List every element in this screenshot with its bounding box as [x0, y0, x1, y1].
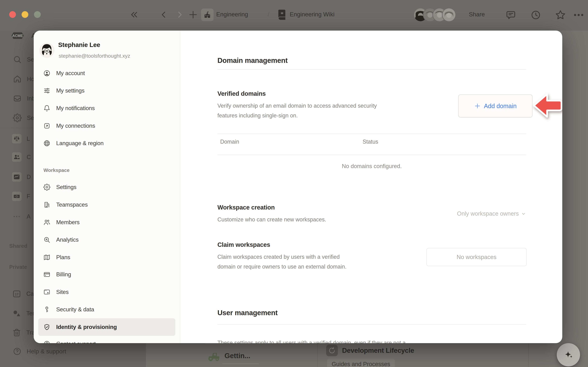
- menu-billing[interactable]: Billing: [38, 266, 175, 283]
- page-divider: [205, 343, 284, 344]
- settings-content: Domain management Verified domains Verif…: [180, 31, 562, 343]
- magnifier-plus-icon: [43, 236, 50, 243]
- browser-cursor-icon: [43, 289, 50, 296]
- user-email: stephanie@toolsforthought.xyz: [59, 53, 130, 59]
- share-button[interactable]: Share: [469, 11, 485, 18]
- table-border-top: [217, 134, 526, 134]
- menu-security-data[interactable]: Security & data: [38, 301, 175, 318]
- no-workspaces-button[interactable]: No workspaces: [426, 248, 527, 266]
- page-title: Domain management: [217, 56, 288, 65]
- credit-card-icon: [43, 271, 50, 278]
- breadcrumb-parent[interactable]: Engineering: [216, 11, 248, 18]
- user-management-description-clipped: These settings apply to all users with a…: [217, 338, 526, 343]
- table-header-status: Status: [363, 139, 378, 145]
- money-icon: [13, 193, 20, 200]
- menu-identity-provisioning[interactable]: Identity & provisioning: [38, 318, 175, 336]
- user-management-heading: User management: [217, 309, 278, 317]
- menu-my-settings[interactable]: My settings: [38, 82, 175, 100]
- close-window-button[interactable]: [9, 11, 16, 18]
- minimize-window-button[interactable]: [22, 11, 28, 18]
- claim-workspaces-heading: Claim workspaces: [217, 241, 270, 248]
- book-icon: [276, 8, 288, 22]
- more-dots-icon: [13, 213, 21, 220]
- add-domain-button[interactable]: Add domain: [458, 94, 532, 117]
- breadcrumb-current[interactable]: Engineering Wiki: [290, 11, 335, 18]
- trash-icon: [12, 328, 21, 337]
- collapse-sidebar-icon[interactable]: [130, 10, 139, 19]
- table-empty-state: No domains configured.: [217, 163, 526, 169]
- gear-icon: [13, 113, 22, 122]
- tractor-icon: [207, 350, 221, 361]
- card-divider: [528, 343, 528, 367]
- workspace-creation-description: Customize who can create new workspaces.: [217, 215, 326, 225]
- comment-icon[interactable]: [505, 9, 516, 20]
- sidebar-teamspace-d[interactable]: D: [12, 172, 31, 182]
- sidebar-teamspace-c[interactable]: C: [12, 152, 31, 162]
- question-circle-icon: [13, 347, 21, 356]
- breadcrumb-teamspace-icon[interactable]: [201, 8, 214, 21]
- verified-domains-description: Verify ownership of an email domain to a…: [217, 101, 377, 120]
- globe-icon: [43, 140, 50, 147]
- menu-settings[interactable]: Settings: [38, 178, 175, 196]
- chevron-down-icon: [521, 211, 526, 216]
- sidebar-section-shared[interactable]: Shared: [9, 243, 27, 249]
- user-avatar[interactable]: [40, 43, 54, 57]
- sparkle-icon: [562, 349, 575, 360]
- menu-analytics[interactable]: Analytics: [38, 231, 175, 249]
- screen: Engineering / Engineering Wiki Share ACM…: [0, 0, 588, 367]
- getting-started-page-link[interactable]: Gettin...: [207, 350, 250, 361]
- menu-contact-support-partial[interactable]: Contact support: [38, 335, 175, 343]
- window-controls: [9, 11, 41, 18]
- page-title-truncated: Gettin...: [225, 351, 250, 360]
- divider: [217, 69, 526, 70]
- divider: [217, 324, 526, 325]
- bell-icon: [43, 105, 50, 112]
- menu-my-notifications[interactable]: My notifications: [38, 100, 175, 117]
- forward-icon[interactable]: [175, 10, 184, 19]
- menu-my-connections[interactable]: My connections: [38, 117, 175, 134]
- more-icon[interactable]: [573, 13, 584, 17]
- table-border-bottom: [217, 155, 526, 155]
- window-titlebar: Engineering / Engineering Wiki Share: [0, 0, 588, 31]
- acme-logo: ACME: [9, 31, 26, 40]
- presence-avatars[interactable]: [414, 8, 466, 22]
- home-icon: [13, 75, 22, 83]
- menu-plans[interactable]: Plans: [38, 249, 175, 266]
- star-icon[interactable]: [555, 9, 566, 21]
- sidebar-teamspace-legal[interactable]: L: [12, 134, 30, 143]
- dev-lifecycle-card-title[interactable]: Development Lifecycle: [326, 345, 414, 356]
- help-support-button[interactable]: Help & support: [13, 347, 66, 356]
- menu-members[interactable]: Members: [38, 214, 175, 231]
- inbox-icon: [13, 94, 22, 103]
- annotation-arrow-icon: [532, 92, 562, 119]
- ai-assistant-button[interactable]: [557, 343, 580, 366]
- gear-icon: [43, 184, 50, 191]
- history-icon[interactable]: [530, 9, 541, 20]
- people-icon: [13, 154, 20, 161]
- new-page-icon[interactable]: [188, 10, 198, 20]
- workspace-switcher[interactable]: ACME A: [9, 31, 36, 40]
- back-icon[interactable]: [159, 10, 168, 19]
- table-header-domain: Domain: [220, 139, 239, 145]
- menu-language-region[interactable]: Language & region: [38, 134, 175, 152]
- sidebar-teamspace-more[interactable]: A: [12, 212, 30, 221]
- workspace-creation-heading: Workspace creation: [217, 204, 275, 211]
- user-name: Stephanie Lee: [58, 41, 100, 49]
- user-circle-icon: [43, 70, 50, 77]
- zoom-window-button[interactable]: [34, 11, 41, 18]
- menu-my-account[interactable]: My account: [38, 65, 175, 82]
- breadcrumb-separator: /: [268, 11, 269, 18]
- sidebar-section-private[interactable]: Private: [9, 264, 27, 270]
- cycle-icon: [328, 347, 336, 354]
- tag-badge[interactable]: Guides and Processes: [327, 359, 395, 367]
- workspace-creation-dropdown[interactable]: Only workspace owners: [367, 210, 526, 217]
- svg-text:ACME: ACME: [12, 34, 23, 38]
- menu-sites[interactable]: Sites: [38, 283, 175, 301]
- text-underline: [222, 364, 259, 364]
- menu-teamspaces[interactable]: Teamspaces: [38, 196, 175, 213]
- sidebar-teamspace-f[interactable]: F: [12, 192, 30, 201]
- key-icon: [43, 306, 50, 313]
- claim-workspaces-description: Claim workspaces created by users with a…: [217, 252, 346, 272]
- school-building-icon: [203, 11, 211, 19]
- verified-domains-heading: Verified domains: [217, 90, 266, 97]
